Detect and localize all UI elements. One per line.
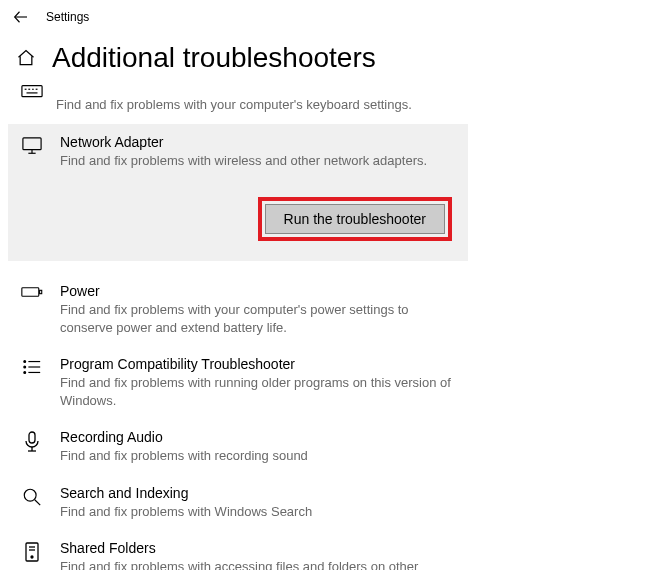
- highlight-box: Run the troubleshooter: [258, 197, 452, 241]
- window-title: Settings: [46, 10, 89, 24]
- keyboard-icon: [21, 84, 43, 100]
- item-title: Recording Audio: [60, 429, 456, 445]
- page-title: Additional troubleshooters: [52, 42, 376, 74]
- troubleshooter-list: Find and fix problems with your computer…: [0, 82, 654, 570]
- svg-rect-11: [40, 290, 42, 293]
- svg-rect-1: [22, 86, 42, 97]
- title-bar: Settings: [0, 0, 654, 30]
- svg-line-22: [35, 500, 40, 505]
- svg-point-21: [24, 489, 36, 501]
- item-title: Network Adapter: [60, 134, 456, 150]
- item-title: Program Compatibility Troubleshooter: [60, 356, 456, 372]
- troubleshooter-item-audio[interactable]: Recording Audio Find and fix problems wi…: [8, 419, 468, 475]
- item-desc: Find and fix problems with your computer…: [56, 96, 456, 114]
- button-row: Run the troubleshooter: [20, 197, 456, 241]
- troubleshooter-item-compat[interactable]: Program Compatibility Troubleshooter Fin…: [8, 346, 468, 419]
- item-desc: Find and fix problems with accessing fil…: [60, 558, 456, 570]
- run-troubleshooter-button[interactable]: Run the troubleshooter: [265, 204, 445, 234]
- item-title: Shared Folders: [60, 540, 456, 556]
- troubleshooter-item-search[interactable]: Search and Indexing Find and fix problem…: [8, 475, 468, 531]
- microphone-icon: [24, 431, 40, 453]
- svg-rect-18: [29, 432, 35, 443]
- item-title: Search and Indexing: [60, 485, 456, 501]
- item-desc: Find and fix problems with your computer…: [60, 301, 456, 336]
- troubleshooter-item-power[interactable]: Power Find and fix problems with your co…: [8, 273, 468, 346]
- svg-point-14: [24, 366, 26, 368]
- item-title: Power: [60, 283, 456, 299]
- svg-rect-10: [22, 288, 39, 296]
- home-icon[interactable]: [16, 48, 36, 68]
- server-icon: [23, 542, 41, 564]
- item-desc: Find and fix problems with Windows Searc…: [60, 503, 456, 521]
- search-icon: [22, 487, 42, 507]
- item-desc: Find and fix problems with wireless and …: [60, 152, 456, 170]
- svg-point-16: [24, 372, 26, 374]
- list-icon: [22, 358, 42, 376]
- troubleshooter-item-folders[interactable]: Shared Folders Find and fix problems wit…: [8, 530, 468, 570]
- item-desc: Find and fix problems with recording sou…: [60, 447, 456, 465]
- back-icon[interactable]: [12, 8, 30, 26]
- svg-rect-7: [23, 137, 41, 149]
- monitor-icon: [21, 136, 43, 156]
- battery-icon: [21, 285, 43, 299]
- svg-point-26: [31, 556, 33, 558]
- item-desc: Find and fix problems with running older…: [60, 374, 456, 409]
- page-header: Additional troubleshooters: [0, 30, 654, 82]
- troubleshooter-item-network[interactable]: Network Adapter Find and fix problems wi…: [8, 124, 468, 262]
- svg-point-12: [24, 361, 26, 363]
